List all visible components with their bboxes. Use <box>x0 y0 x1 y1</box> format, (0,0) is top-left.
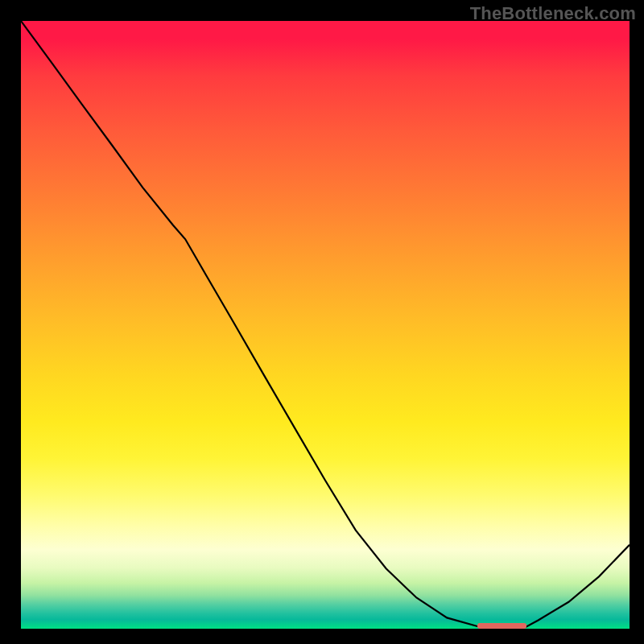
optimal-region-marker <box>477 623 526 629</box>
bottleneck-curve-line <box>21 21 630 629</box>
watermark-text: TheBottleneck.com <box>470 3 636 24</box>
plot-area <box>21 21 630 629</box>
chart-container: TheBottleneck.com <box>0 0 644 644</box>
